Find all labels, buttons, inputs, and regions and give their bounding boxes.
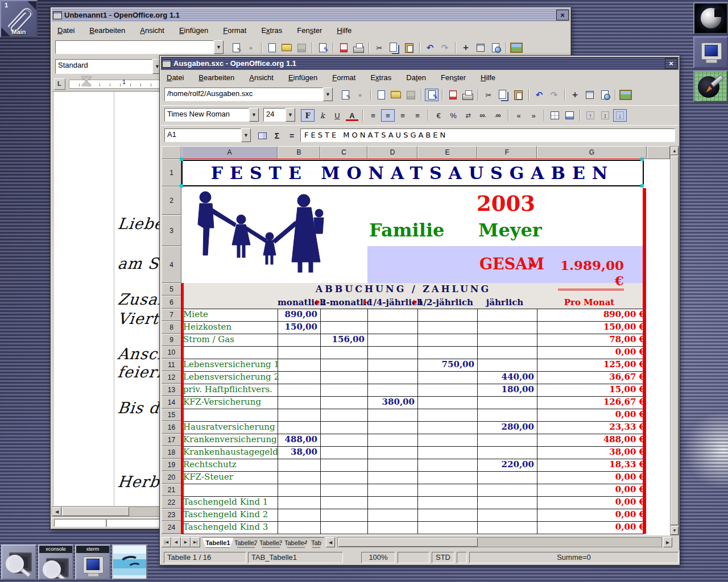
sheet-tab-tabelle4[interactable]: Tabelle4 [283, 537, 309, 548]
save-icon[interactable] [295, 41, 308, 54]
cell-G13[interactable]: 15,00 € [537, 384, 646, 396]
decrease-indent-button[interactable]: « [512, 109, 526, 122]
window-menu-icon[interactable] [162, 60, 171, 68]
first-sheet-button[interactable]: |◀ [162, 537, 171, 547]
status-sum[interactable]: Summe=0 [469, 552, 679, 563]
copy-icon[interactable] [497, 89, 510, 101]
row-header-24[interactable]: 24 [162, 521, 181, 534]
font-size-combobox[interactable]: 24 ▼ [263, 108, 295, 122]
window-menu-icon[interactable] [53, 11, 62, 19]
menu-item-datei[interactable]: Datei [167, 73, 184, 82]
status-selection-mode[interactable]: STD [432, 552, 454, 563]
menu-item-extras[interactable]: Extras [370, 73, 391, 82]
increase-indent-button[interactable]: » [527, 109, 540, 122]
edit-file-icon[interactable] [425, 89, 439, 101]
paragraph-style-combobox[interactable]: Standard ▼ [55, 59, 162, 74]
cell-G8[interactable]: 150,00 € [537, 321, 646, 334]
cell-B18[interactable]: 38,00 [278, 446, 320, 459]
stylist-icon[interactable] [583, 89, 597, 101]
menu-item-ansicht[interactable]: Ansicht [140, 26, 164, 35]
close-icon[interactable]: × [665, 58, 677, 69]
url-combobox[interactable]: ▼ [55, 40, 224, 54]
row-header-9[interactable]: 9 [162, 334, 181, 346]
paragraph-style-value[interactable]: Standard [55, 59, 152, 74]
undo-icon[interactable]: ↶ [423, 41, 437, 54]
align-left-button[interactable]: ≡ [366, 109, 380, 122]
status-zoom[interactable]: 100% [361, 552, 395, 563]
cell-A1[interactable]: FESTE MONATSAUSGABEN [181, 160, 644, 186]
taskbar-tile-xconsole[interactable]: xconsole [38, 544, 73, 580]
formula-input[interactable]: FESTE MONATSAUSGABEN [300, 128, 675, 142]
font-color-button[interactable]: A [345, 109, 359, 122]
dock-tile[interactable] [693, 2, 728, 34]
selection-handle[interactable] [640, 184, 644, 188]
cut-icon[interactable]: ✂ [373, 41, 386, 54]
cell-G17[interactable]: 488,00 € [537, 434, 646, 446]
undo-icon[interactable]: ↶ [532, 89, 546, 101]
row-header-13[interactable]: 13 [162, 384, 181, 396]
menu-item-bearbeiten[interactable]: Bearbeiten [198, 73, 234, 82]
chevron-down-icon[interactable]: ▼ [249, 108, 259, 122]
stop-icon[interactable]: ● [353, 89, 367, 101]
navigator-icon[interactable]: + [568, 89, 582, 101]
taskbar-tile[interactable] [112, 544, 147, 580]
selection-handle[interactable] [180, 157, 183, 161]
menu-item-datei[interactable]: Datei [57, 26, 75, 35]
dock-tile[interactable] [693, 70, 728, 102]
chevron-down-icon[interactable]: ▼ [286, 108, 295, 122]
cell-B8[interactable]: 150,00 [278, 321, 320, 334]
hyperlink-icon[interactable] [598, 89, 611, 101]
taskbar-tile-xterm[interactable]: xterm [75, 544, 110, 580]
cell-G16[interactable]: 23,33 € [537, 421, 646, 434]
cell-A7[interactable]: Miete [181, 309, 277, 321]
menu-item-extras[interactable]: Extras [261, 26, 282, 35]
cell-reference-combobox[interactable]: A1 ▼ [164, 128, 251, 142]
cell-A22[interactable]: Taschengeld Kind 1 [181, 496, 277, 509]
cell-G7[interactable]: 890,00 € [537, 309, 646, 321]
cell-reference-value[interactable]: A1 [164, 128, 241, 142]
period-header-G6[interactable]: Pro Monat [537, 297, 642, 308]
scroll-thumb[interactable] [338, 538, 478, 547]
row-header-8[interactable]: 8 [162, 321, 181, 334]
row-header-19[interactable]: 19 [162, 459, 181, 471]
row-header-15[interactable]: 15 [162, 409, 181, 421]
indent-marker[interactable] [81, 77, 92, 81]
scroll-left-icon[interactable]: ◀ [52, 507, 61, 516]
font-name-combobox[interactable]: Times New Roman ▼ [164, 108, 259, 122]
print-icon[interactable] [351, 41, 365, 54]
cell-G24[interactable]: 0,00 € [537, 521, 646, 534]
row-header-4[interactable]: 4 [162, 246, 181, 283]
period-header-E6[interactable]: 1/2-jährlich [417, 297, 473, 308]
column-header-F[interactable]: F [477, 146, 537, 159]
sheet-area-icon[interactable] [255, 130, 269, 142]
cell-A12[interactable]: Lebensversicherung 2 [181, 371, 277, 384]
cell-G9[interactable]: 78,00 € [537, 334, 646, 346]
scroll-thumb[interactable] [671, 156, 679, 525]
menu-item-einfügen[interactable]: Einfügen [288, 73, 317, 82]
cell-B17[interactable]: 488,00 [278, 434, 320, 446]
redo-icon[interactable]: ↷ [438, 41, 452, 54]
cell-A13[interactable]: priv. Haftpflichtvers. [181, 384, 277, 396]
row-header-2[interactable]: 2 [162, 186, 181, 215]
stylist-icon[interactable] [474, 41, 487, 54]
menu-item-hilfe[interactable]: Hilfe [337, 26, 351, 35]
row-header-3[interactable]: 3 [162, 215, 181, 246]
align-center-button[interactable]: ≡ [381, 109, 395, 122]
load-url-icon[interactable] [229, 41, 243, 54]
load-url-icon[interactable] [338, 89, 352, 101]
cell-G14[interactable]: 126,67 € [537, 396, 646, 409]
next-sheet-button[interactable]: ▶ [181, 537, 191, 547]
stop-icon[interactable]: ● [244, 41, 258, 54]
scroll-down-icon[interactable]: ▼ [671, 526, 679, 535]
navigator-icon[interactable]: + [459, 41, 473, 54]
cell-G18[interactable]: 38,00 € [537, 446, 646, 459]
valign-bottom-button[interactable]: ↓ [613, 109, 627, 122]
align-justify-button[interactable]: ≡ [411, 109, 424, 122]
sheet-tab-tabelle1[interactable]: Tabelle1 [202, 537, 234, 548]
cell-A14[interactable]: KFZ-Versicherung [181, 396, 277, 409]
cell-C9[interactable]: 156,00 [320, 334, 367, 346]
period-header-F6[interactable]: jährlich [477, 297, 532, 308]
underline-button[interactable]: U [330, 109, 344, 122]
row-header-10[interactable]: 10 [162, 346, 181, 359]
cell-G23[interactable]: 0,00 € [537, 509, 646, 521]
